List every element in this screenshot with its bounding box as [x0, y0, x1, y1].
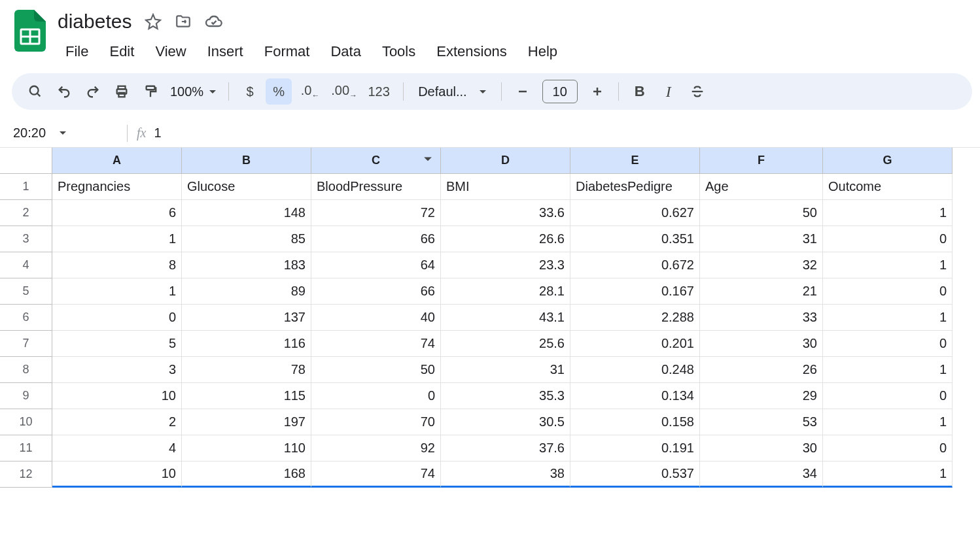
- cell[interactable]: Pregnancies: [52, 174, 182, 200]
- star-icon[interactable]: [145, 13, 162, 30]
- cell[interactable]: 2.288: [570, 305, 700, 331]
- cell[interactable]: 38: [441, 461, 570, 488]
- cell[interactable]: 40: [311, 305, 441, 331]
- cell[interactable]: 70: [311, 409, 441, 435]
- cell[interactable]: 26.6: [441, 226, 570, 252]
- cell[interactable]: 34: [700, 461, 823, 488]
- cell[interactable]: 72: [311, 200, 441, 226]
- cell[interactable]: 23.3: [441, 252, 570, 278]
- cell[interactable]: 53: [700, 409, 823, 435]
- cell[interactable]: BMI: [441, 174, 570, 200]
- cell[interactable]: 31: [700, 226, 823, 252]
- cell[interactable]: 78: [182, 357, 311, 383]
- cell[interactable]: 1: [52, 226, 182, 252]
- row-header[interactable]: 10: [0, 409, 52, 435]
- document-title[interactable]: diabetes: [56, 8, 133, 35]
- cell[interactable]: 197: [182, 409, 311, 435]
- cell[interactable]: 1: [52, 278, 182, 305]
- cloud-status-icon[interactable]: [205, 12, 223, 31]
- cell[interactable]: 0: [823, 278, 953, 305]
- formula-input[interactable]: 1: [154, 126, 161, 141]
- cell[interactable]: 0.191: [570, 435, 700, 461]
- menu-insert[interactable]: Insert: [198, 39, 253, 64]
- row-header[interactable]: 9: [0, 383, 52, 409]
- bold-button[interactable]: B: [627, 78, 653, 105]
- cell[interactable]: 4: [52, 435, 182, 461]
- col-header-f[interactable]: F: [700, 148, 823, 174]
- cell[interactable]: 1: [823, 252, 953, 278]
- cell[interactable]: 31: [441, 357, 570, 383]
- zoom-dropdown[interactable]: 100%: [166, 84, 220, 99]
- col-header-a[interactable]: A: [52, 148, 182, 174]
- menu-help[interactable]: Help: [519, 39, 567, 64]
- cell[interactable]: 8: [52, 252, 182, 278]
- cell[interactable]: 0: [52, 305, 182, 331]
- row-header[interactable]: 5: [0, 278, 52, 305]
- row-header[interactable]: 12: [0, 461, 52, 488]
- menu-format[interactable]: Format: [255, 39, 319, 64]
- cell[interactable]: 89: [182, 278, 311, 305]
- cell[interactable]: 0: [823, 226, 953, 252]
- cell[interactable]: 37.6: [441, 435, 570, 461]
- cell[interactable]: 116: [182, 331, 311, 357]
- cell[interactable]: 148: [182, 200, 311, 226]
- decrease-decimal-button[interactable]: .0←: [294, 78, 326, 105]
- undo-icon[interactable]: [51, 78, 77, 105]
- cell[interactable]: 50: [700, 200, 823, 226]
- cell[interactable]: 0.134: [570, 383, 700, 409]
- cell[interactable]: 30: [700, 435, 823, 461]
- decrease-font-size-button[interactable]: [510, 78, 536, 105]
- paint-format-icon[interactable]: [137, 78, 164, 105]
- cell[interactable]: 0: [823, 435, 953, 461]
- col-header-c[interactable]: C: [311, 148, 441, 174]
- cell[interactable]: 0.672: [570, 252, 700, 278]
- cell[interactable]: 0.627: [570, 200, 700, 226]
- cell[interactable]: Outcome: [823, 174, 953, 200]
- cell[interactable]: 5: [52, 331, 182, 357]
- row-header[interactable]: 4: [0, 252, 52, 278]
- cell[interactable]: 183: [182, 252, 311, 278]
- chevron-down-icon[interactable]: [423, 154, 432, 167]
- cell[interactable]: 1: [823, 357, 953, 383]
- increase-font-size-button[interactable]: [584, 78, 610, 105]
- cell[interactable]: 92: [311, 435, 441, 461]
- sheets-logo[interactable]: [13, 8, 47, 54]
- cell[interactable]: 66: [311, 278, 441, 305]
- cell[interactable]: 0: [311, 383, 441, 409]
- cell[interactable]: 10: [52, 383, 182, 409]
- col-header-d[interactable]: D: [441, 148, 570, 174]
- cell[interactable]: 30.5: [441, 409, 570, 435]
- move-icon[interactable]: [175, 13, 192, 30]
- percent-button[interactable]: %: [266, 78, 292, 105]
- menu-edit[interactable]: Edit: [100, 39, 143, 64]
- row-header[interactable]: 11: [0, 435, 52, 461]
- cell[interactable]: 137: [182, 305, 311, 331]
- cell[interactable]: 0.537: [570, 461, 700, 488]
- menu-tools[interactable]: Tools: [373, 39, 425, 64]
- col-header-g[interactable]: G: [823, 148, 953, 174]
- redo-icon[interactable]: [80, 78, 106, 105]
- cell[interactable]: 35.3: [441, 383, 570, 409]
- cell[interactable]: DiabetesPedigre: [570, 174, 700, 200]
- italic-button[interactable]: I: [656, 78, 682, 105]
- cell[interactable]: 115: [182, 383, 311, 409]
- cell[interactable]: 33.6: [441, 200, 570, 226]
- cell[interactable]: 29: [700, 383, 823, 409]
- cell[interactable]: 74: [311, 331, 441, 357]
- cell[interactable]: 1: [823, 200, 953, 226]
- menu-data[interactable]: Data: [321, 39, 370, 64]
- cell[interactable]: 6: [52, 200, 182, 226]
- cell[interactable]: BloodPressure: [311, 174, 441, 200]
- cell[interactable]: 1: [823, 409, 953, 435]
- cell[interactable]: 0.158: [570, 409, 700, 435]
- name-box[interactable]: 20:20: [13, 126, 118, 141]
- row-header[interactable]: 7: [0, 331, 52, 357]
- cell[interactable]: Glucose: [182, 174, 311, 200]
- cell[interactable]: 0.201: [570, 331, 700, 357]
- cell[interactable]: 3: [52, 357, 182, 383]
- cell[interactable]: 1: [823, 461, 953, 488]
- cell[interactable]: Age: [700, 174, 823, 200]
- more-formats-button[interactable]: 123: [362, 78, 395, 105]
- cell[interactable]: 64: [311, 252, 441, 278]
- font-size-input[interactable]: [542, 80, 578, 103]
